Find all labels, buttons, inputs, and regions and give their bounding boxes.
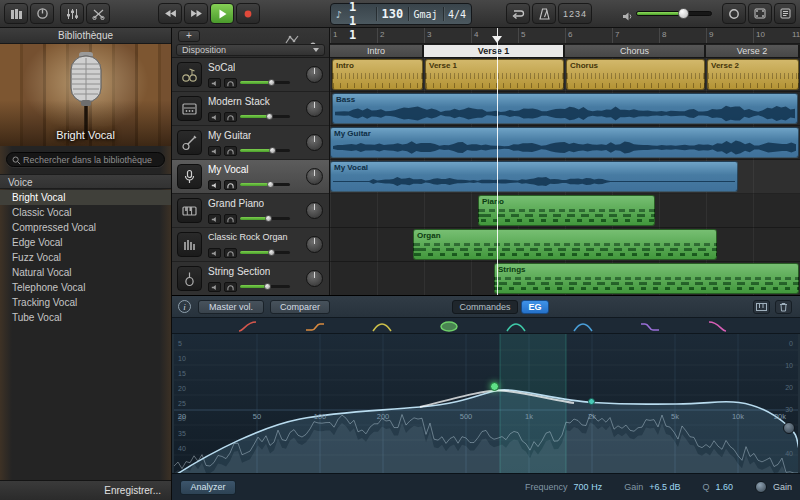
region-piano[interactable]: Piano bbox=[478, 195, 655, 226]
track-header-classic-rock-organ[interactable]: Classic Rock Organ bbox=[172, 228, 329, 262]
pan-knob[interactable] bbox=[306, 236, 323, 253]
master-volume-slider[interactable] bbox=[636, 11, 712, 16]
region-strings[interactable]: Strings bbox=[494, 263, 799, 294]
eq-band-lowshelf-icon[interactable] bbox=[305, 321, 325, 332]
region-drums-chorus[interactable]: Chorus bbox=[566, 59, 705, 90]
region-drums-intro[interactable]: Intro bbox=[332, 59, 423, 90]
eq-band-highpass-icon[interactable] bbox=[238, 321, 258, 332]
gain-value[interactable]: +6.5 dB bbox=[649, 482, 680, 492]
patch-item[interactable]: Edge Vocal bbox=[0, 235, 171, 250]
track-header-string-section[interactable]: String Section bbox=[172, 262, 329, 296]
count-in-button[interactable]: 1234 bbox=[558, 3, 592, 24]
track-volume-slider[interactable] bbox=[240, 115, 290, 118]
track-volume-slider[interactable] bbox=[240, 183, 290, 186]
mute-button[interactable] bbox=[208, 78, 221, 88]
track-volume-slider[interactable] bbox=[240, 149, 290, 152]
arrangement-marker[interactable]: Intro bbox=[330, 45, 424, 57]
eq-band-bell-selected-icon[interactable] bbox=[439, 321, 459, 332]
eq-band-bell-icon[interactable] bbox=[573, 321, 593, 332]
solo-button[interactable] bbox=[224, 282, 237, 292]
mute-button[interactable] bbox=[208, 180, 221, 190]
solo-button[interactable] bbox=[224, 180, 237, 190]
lcd-display[interactable]: ♪ 5 1 1 1 130 Gmaj 4/4 bbox=[330, 3, 472, 25]
region-bass[interactable]: Bass bbox=[332, 93, 798, 124]
pan-knob[interactable] bbox=[306, 134, 323, 151]
loop-browser-button[interactable] bbox=[722, 3, 746, 24]
mute-button[interactable] bbox=[208, 214, 221, 224]
solo-button[interactable] bbox=[224, 214, 237, 224]
keyboard-icon[interactable] bbox=[753, 300, 770, 314]
save-patch-button[interactable]: Enregistrer... bbox=[0, 480, 171, 500]
pan-knob[interactable] bbox=[306, 168, 323, 185]
master-volume-button[interactable]: Master vol. bbox=[198, 300, 264, 314]
volume-knob[interactable] bbox=[678, 8, 689, 19]
patch-item[interactable]: Tube Vocal bbox=[0, 310, 171, 325]
region-my-guitar[interactable]: My Guitar bbox=[330, 127, 799, 158]
track-volume-slider[interactable] bbox=[240, 285, 290, 288]
region-my-vocal[interactable]: My Vocal bbox=[330, 161, 738, 192]
patch-item[interactable]: Natural Vocal bbox=[0, 265, 171, 280]
track-volume-slider[interactable] bbox=[240, 251, 290, 254]
pan-knob[interactable] bbox=[306, 66, 323, 83]
solo-button[interactable] bbox=[224, 248, 237, 258]
metronome-button[interactable] bbox=[532, 3, 556, 24]
library-toggle-button[interactable] bbox=[4, 3, 28, 24]
solo-button[interactable] bbox=[224, 146, 237, 156]
track-volume-slider[interactable] bbox=[240, 81, 290, 84]
track-header-my-guitar[interactable]: My Guitar bbox=[172, 126, 329, 160]
arrangement-marker[interactable]: Verse 2 bbox=[706, 45, 800, 57]
category-header[interactable]: Voice bbox=[0, 174, 171, 189]
eq-band-bell-icon[interactable] bbox=[506, 321, 526, 332]
track-header-grand-piano[interactable]: Grand Piano bbox=[172, 194, 329, 228]
frequency-value[interactable]: 700 Hz bbox=[574, 482, 603, 492]
pan-knob[interactable] bbox=[306, 202, 323, 219]
time-ruler[interactable]: 1 2 3 4 5 6 7 8 9 10 11 bbox=[330, 28, 800, 44]
patch-item[interactable]: Fuzz Vocal bbox=[0, 250, 171, 265]
mute-button[interactable] bbox=[208, 146, 221, 156]
tab-eq[interactable]: EG bbox=[521, 300, 549, 314]
output-gain-knob[interactable] bbox=[755, 481, 767, 493]
inspector-button[interactable]: i bbox=[178, 300, 191, 313]
tab-controls[interactable]: Commandes bbox=[452, 300, 518, 314]
mute-button[interactable] bbox=[208, 248, 221, 258]
region-drums-verse2[interactable]: Verse 2 bbox=[707, 59, 799, 90]
patch-item[interactable]: Compressed Vocal bbox=[0, 220, 171, 235]
playhead-marker[interactable] bbox=[492, 36, 502, 43]
library-search[interactable] bbox=[6, 152, 165, 167]
pan-knob[interactable] bbox=[306, 270, 323, 287]
analyzer-button[interactable]: Analyzer bbox=[180, 480, 236, 495]
media-browser-button[interactable] bbox=[748, 3, 772, 24]
region-organ[interactable]: Organ bbox=[413, 229, 717, 260]
pan-knob[interactable] bbox=[306, 100, 323, 117]
notes-button[interactable] bbox=[774, 3, 796, 24]
track-header-modern-stack[interactable]: Modern Stack bbox=[172, 92, 329, 126]
smart-controls-button[interactable] bbox=[60, 3, 84, 24]
track-header-my-vocal[interactable]: My Vocal bbox=[172, 160, 329, 194]
eq-output-gain-knob[interactable] bbox=[783, 422, 795, 434]
eq-band-point[interactable] bbox=[588, 398, 595, 405]
patch-item[interactable]: Bright Vocal bbox=[0, 190, 171, 205]
editors-button[interactable] bbox=[86, 3, 110, 24]
trash-icon[interactable] bbox=[775, 300, 792, 314]
mute-button[interactable] bbox=[208, 282, 221, 292]
forward-button[interactable] bbox=[184, 3, 208, 24]
eq-band-lowpass-icon[interactable] bbox=[707, 321, 727, 332]
layout-dropdown[interactable]: Disposition bbox=[176, 44, 325, 56]
add-track-button[interactable]: + bbox=[178, 30, 200, 42]
cycle-button[interactable] bbox=[506, 3, 530, 24]
play-button[interactable] bbox=[210, 3, 234, 24]
track-volume-slider[interactable] bbox=[240, 217, 290, 220]
patch-item[interactable]: Classic Vocal bbox=[0, 205, 171, 220]
patch-item[interactable]: Tracking Vocal bbox=[0, 295, 171, 310]
patch-item[interactable]: Telephone Vocal bbox=[0, 280, 171, 295]
arrangement-marker[interactable]: Chorus bbox=[565, 45, 706, 57]
playhead[interactable] bbox=[497, 28, 498, 296]
quick-help-button[interactable] bbox=[30, 3, 54, 24]
compare-button[interactable]: Comparer bbox=[270, 300, 330, 314]
arrangement-marker-selected[interactable]: Verse 1 bbox=[424, 45, 565, 57]
record-button[interactable] bbox=[236, 3, 260, 24]
search-input[interactable] bbox=[23, 153, 160, 166]
mute-button[interactable] bbox=[208, 112, 221, 122]
eq-band-bell-icon[interactable] bbox=[372, 321, 392, 332]
eq-graph[interactable]: 5 10 15 20 25 30 35 40 0 10 20 30 40 20 … bbox=[174, 334, 798, 474]
